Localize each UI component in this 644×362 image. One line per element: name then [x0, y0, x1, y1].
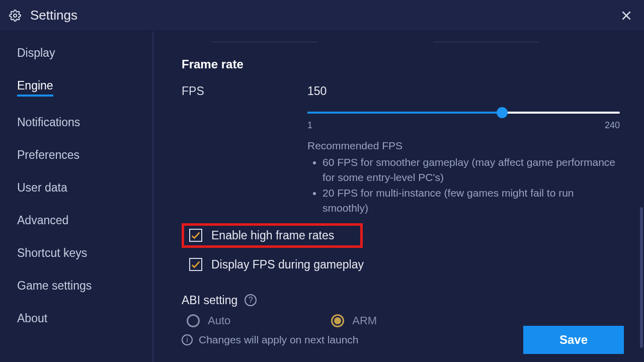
display-fps-row[interactable]: Display FPS during gameplay — [182, 255, 620, 275]
recommended-list: 60 FPS for smoother gameplay (may affect… — [307, 155, 620, 216]
frame-rate-heading: Frame rate — [182, 57, 620, 71]
sidebar-item-about[interactable]: About — [17, 312, 47, 325]
sidebar-item-shortcut-keys[interactable]: Shortcut keys — [17, 246, 87, 260]
fps-value: 150 — [307, 84, 620, 98]
footer-note: Changes will apply on next launch — [199, 334, 359, 346]
enable-high-fps-row[interactable]: Enable high frame rates — [182, 223, 363, 248]
help-icon[interactable]: ? — [245, 294, 257, 306]
window-title: Settings — [30, 8, 77, 23]
info-icon: i — [182, 334, 193, 345]
sidebar-item-user-data[interactable]: User data — [17, 181, 67, 195]
fps-label: FPS — [182, 84, 307, 98]
titlebar: Settings — [0, 0, 644, 31]
sidebar-item-display[interactable]: Display — [17, 46, 55, 60]
fps-slider[interactable] — [307, 107, 620, 118]
sidebar-item-preferences[interactable]: Preferences — [17, 148, 79, 162]
close-button[interactable] — [618, 7, 635, 24]
scrollbar[interactable] — [640, 207, 643, 348]
abi-option-arm[interactable]: ARM — [331, 314, 377, 327]
abi-heading: ABI setting ? — [182, 294, 620, 307]
slider-min: 1 — [307, 120, 312, 131]
enable-high-fps-label: Enable high frame rates — [211, 229, 334, 242]
ghost-dropdown-2[interactable] — [433, 36, 539, 42]
recommended-title: Recommended FPS — [307, 140, 620, 152]
sidebar-item-notifications[interactable]: Notifications — [17, 116, 80, 129]
svg-point-0 — [14, 14, 17, 17]
abi-option-auto[interactable]: Auto — [187, 314, 230, 327]
enable-high-fps-checkbox[interactable] — [189, 229, 202, 242]
content-panel: Frame rate FPS 150 1 240 Recommended FPS… — [153, 31, 644, 362]
save-button[interactable]: Save — [523, 326, 624, 354]
display-fps-label: Display FPS during gameplay — [211, 258, 364, 272]
rec-item-1: 60 FPS for smoother gameplay (may affect… — [323, 155, 620, 186]
ghost-dropdown-1[interactable] — [212, 36, 317, 42]
gear-icon — [9, 10, 21, 22]
rec-item-2: 20 FPS for multi-instance (few games mig… — [323, 186, 620, 216]
sidebar-item-game-settings[interactable]: Game settings — [17, 279, 92, 293]
sidebar-item-engine[interactable]: Engine — [17, 79, 53, 97]
sidebar-item-advanced[interactable]: Advanced — [17, 214, 68, 227]
display-fps-checkbox[interactable] — [189, 258, 202, 271]
slider-max: 240 — [605, 120, 620, 131]
radio-icon — [187, 314, 200, 327]
sidebar: Display Engine Notifications Preferences… — [0, 31, 153, 362]
radio-icon — [331, 314, 344, 327]
